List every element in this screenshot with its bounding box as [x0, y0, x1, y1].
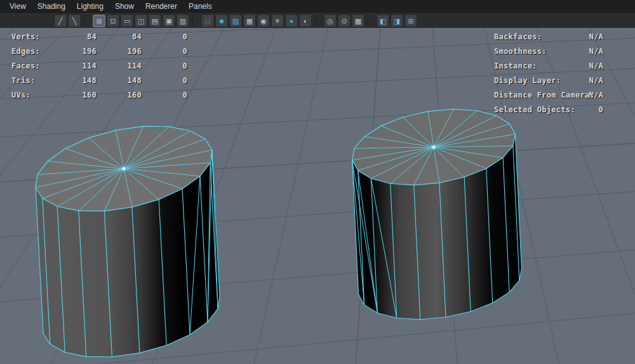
toolbar-separator: [368, 15, 373, 27]
hud-left-row: 1141140Faces:: [11, 59, 208, 74]
hud-value: 0: [11, 74, 187, 88]
hud-right-row: N/ADistance From Camera:: [494, 88, 603, 103]
occlusion-icon[interactable]: ◐: [299, 15, 312, 27]
hud-label: Selected Objects:: [494, 103, 575, 117]
hud-right-row: N/ADisplay Layer:: [494, 74, 603, 88]
grid-display-icon[interactable]: ⊞: [93, 15, 105, 27]
perspective-viewport[interactable]: 84840Verts:1961960Edges:1141140Faces:148…: [0, 28, 635, 364]
hud-label: UVs:: [11, 88, 30, 103]
panel-toolbar: ╱╲⊞⊡▭◫▤▣▥□■▨▦◉☀●◐◎⊙▩◧◨⊞: [0, 13, 635, 28]
shadows-toggle-icon[interactable]: ●: [285, 15, 298, 27]
maya-panel-window: ViewShadingLightingShowRendererPanels ╱╲…: [0, 0, 635, 364]
isolate-select-icon[interactable]: ⊙: [338, 15, 351, 27]
hud-label: Distance From Camera:: [494, 88, 594, 103]
pane-two-icon[interactable]: ◨: [391, 15, 403, 27]
hud-label: Faces:: [11, 59, 40, 74]
pane-single-icon[interactable]: ◧: [377, 15, 389, 27]
checker-material-icon[interactable]: ▦: [243, 15, 256, 27]
hud-label: Instance:: [494, 59, 537, 74]
hud-label: Edges:: [11, 44, 40, 59]
field-chart-icon[interactable]: ▤: [149, 15, 161, 27]
hud-right-row: N/ASmoothness:: [494, 44, 603, 59]
safe-action-icon[interactable]: ▣: [163, 15, 175, 27]
hud-label: Tris:: [11, 74, 36, 88]
film-gate-icon[interactable]: ⊡: [107, 15, 119, 27]
toolbar-separator: [192, 15, 198, 27]
grease-pencil-icon[interactable]: ╱: [54, 15, 67, 27]
menu-item-view[interactable]: View: [4, 0, 32, 13]
hud-label: Backfaces:: [494, 30, 542, 44]
cap-center-vertex: [122, 167, 125, 170]
panel-menu-bar: ViewShadingLightingShowRendererPanels: [0, 0, 635, 13]
menu-item-show[interactable]: Show: [109, 0, 140, 13]
toolbar-separator: [315, 15, 321, 27]
safe-title-icon[interactable]: ▥: [177, 15, 189, 27]
cylinder-left[interactable]: [36, 126, 220, 357]
cylinder-right[interactable]: [352, 109, 522, 320]
menu-item-renderer[interactable]: Renderer: [140, 0, 183, 13]
use-default-material-icon[interactable]: ◉: [257, 15, 270, 27]
pane-quad-icon[interactable]: ⊞: [404, 15, 417, 27]
marker-icon[interactable]: ╲: [68, 15, 81, 27]
shaded-mode-icon[interactable]: ■: [215, 15, 228, 27]
hud-left-row: 84840Verts:: [11, 30, 208, 44]
menu-item-lighting[interactable]: Lighting: [71, 0, 109, 13]
cap-center-vertex: [432, 145, 435, 148]
hud-label: Smoothness:: [494, 44, 547, 59]
hud-left-row: 1601600UVs:: [11, 88, 208, 103]
hud-left-row: 1481480Tris:: [11, 74, 208, 88]
hud-left-row: 1961960Edges:: [11, 44, 208, 59]
menu-item-panels[interactable]: Panels: [183, 0, 218, 13]
multisample-icon[interactable]: ▩: [352, 15, 364, 27]
lighting-toggle-icon[interactable]: ☀: [271, 15, 284, 27]
hud-right-row: N/ABackfaces:: [494, 30, 603, 44]
hud-poly-count: 84840Verts:1961960Edges:1141140Faces:148…: [11, 30, 208, 103]
hud-label: Display Layer:: [494, 74, 561, 88]
hud-object-details: N/ABackfaces:N/ASmoothness:N/AInstance:N…: [494, 30, 603, 117]
toolbar-separator: [84, 15, 90, 27]
gate-mask-icon[interactable]: ◫: [135, 15, 147, 27]
hud-label: Verts:: [11, 30, 40, 44]
menu-item-shading[interactable]: Shading: [32, 0, 71, 13]
textured-mode-icon[interactable]: ▨: [229, 15, 242, 27]
hud-value: 0: [11, 88, 187, 103]
wireframe-mode-icon[interactable]: □: [201, 15, 214, 27]
resolution-gate-icon[interactable]: ▭: [121, 15, 133, 27]
hud-right-row: 0Selected Objects:: [494, 103, 603, 117]
hud-right-row: N/AInstance:: [494, 59, 603, 74]
xray-icon[interactable]: ◎: [324, 15, 337, 27]
